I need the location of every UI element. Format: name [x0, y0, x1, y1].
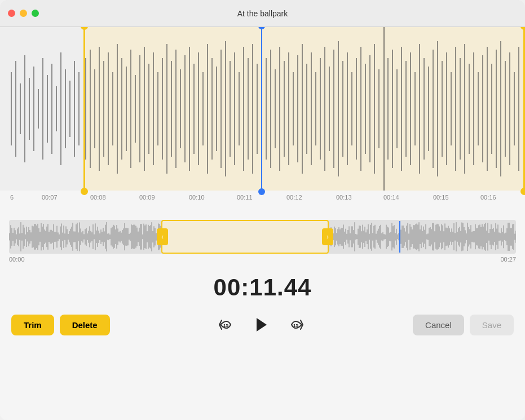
current-time-display: 00:11.44 [0, 267, 525, 312]
time-label-0013: 00:13 [336, 194, 352, 201]
maximize-button[interactable] [32, 10, 39, 17]
time-label-0009: 00:09 [139, 194, 155, 201]
skip-forward-icon: 15 [288, 316, 306, 334]
traffic-lights [8, 10, 39, 17]
skip-back-icon: 15 [216, 316, 234, 334]
overview-start-time: 00:00 [9, 256, 25, 263]
section-marker [383, 27, 385, 191]
overview-times: 00:00 00:27 [9, 254, 516, 265]
time-label-0008: 00:08 [90, 194, 106, 201]
overview-right-handle[interactable]: › [322, 228, 333, 245]
overview-end-time: 00:27 [500, 256, 516, 263]
time-label-6: 6 [10, 194, 14, 201]
play-button[interactable] [249, 312, 273, 337]
time-axis: 6 00:07 00:08 00:09 00:10 00:11 00:12 00… [0, 191, 525, 213]
time-label-0012: 00:12 [286, 194, 302, 201]
svg-marker-673 [257, 318, 267, 331]
play-icon [253, 317, 269, 333]
close-button[interactable] [8, 10, 15, 17]
toolbar-left: Trim Delete [11, 315, 110, 335]
titlebar: At the ballpark [0, 0, 525, 27]
trim-button[interactable]: Trim [11, 315, 54, 335]
overview-playhead [399, 221, 400, 253]
toolbar-right: Cancel Save [413, 315, 514, 335]
svg-text:15: 15 [293, 323, 298, 328]
overview-section: // Generate many bars for the mini wavef… [0, 213, 525, 267]
time-label-0014: 00:14 [383, 194, 399, 201]
overview-left-handle[interactable]: ‹ [157, 228, 168, 245]
toolbar-center: 15 15 [117, 312, 406, 337]
delete-button[interactable]: Delete [60, 315, 110, 335]
skip-back-button[interactable]: 15 [213, 312, 237, 337]
time-label-0016: 00:16 [480, 194, 496, 201]
waveform-display [0, 27, 525, 191]
trim-handle-left[interactable] [83, 27, 85, 191]
waveform-section[interactable]: 6 00:07 00:08 00:09 00:10 00:11 00:12 00… [0, 27, 525, 213]
time-label-0011: 00:11 [237, 194, 253, 201]
time-label-0007: 00:07 [42, 194, 58, 201]
time-label-0010: 00:10 [189, 194, 205, 201]
cancel-button[interactable]: Cancel [413, 315, 464, 335]
time-label-0015: 00:15 [433, 194, 449, 201]
skip-forward-button[interactable]: 15 [285, 312, 310, 337]
main-content: 6 00:07 00:08 00:09 00:10 00:11 00:12 00… [0, 27, 525, 420]
overview-track[interactable]: // Generate many bars for the mini wavef… [9, 220, 516, 254]
window-title: At the ballpark [237, 9, 288, 18]
minimize-button[interactable] [20, 10, 27, 17]
overview-selection[interactable]: ‹ › [161, 220, 329, 254]
svg-text:15: 15 [223, 323, 228, 328]
save-button[interactable]: Save [470, 315, 514, 335]
toolbar: Trim Delete 15 [0, 312, 525, 348]
